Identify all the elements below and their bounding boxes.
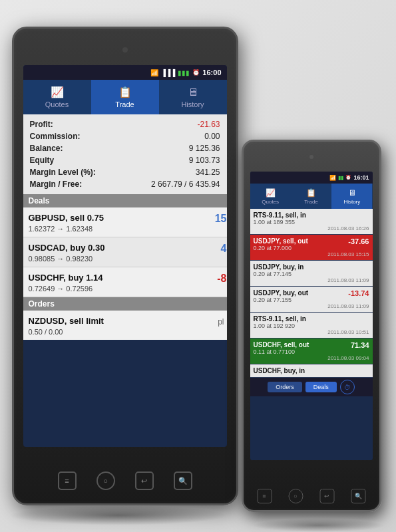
tab-trade-label: Trade <box>115 100 134 108</box>
phone-tab-history[interactable]: 🖥 History <box>331 184 372 209</box>
phone-clock-icon: ⏰ <box>345 175 351 180</box>
h-date-usdchf-sell-out: 2011.08.03 09:04 <box>254 355 369 361</box>
h-title-usdjpy-buy-in: USDJPY, buy, in <box>254 263 369 271</box>
deal-usdchf-title: USDCHF, buy 1.14 <box>29 273 103 283</box>
tablet-tab-bar: 📈 Quotes 📋 Trade 🖥 History <box>23 80 227 114</box>
deal-gbpusd-title: GBPUSD, sell 0.75 <box>29 213 104 223</box>
phone-deals-btn[interactable]: Deals <box>305 382 337 392</box>
h-date-rts2: 2011.08.03 10:51 <box>254 329 369 335</box>
phone-search-btn[interactable]: 🔍 <box>351 489 365 503</box>
balance-value: 9 125.36 <box>189 144 220 153</box>
deal-usdcad-price: 0.98085 → 0.98230 <box>29 255 222 263</box>
h-sub-usdjpy-buy-in: 0.20 at 77.145 <box>254 271 369 277</box>
deal-gbpusd-price: 1.62372 → 1.62348 <box>29 225 222 233</box>
phone-tab-history-label: History <box>343 199 360 205</box>
phone-back-btn[interactable]: ↩ <box>319 489 334 503</box>
history-row-rts2[interactable]: RTS-9.11, sell, in 1.00 at 192 920 2011.… <box>250 313 373 338</box>
phone-quotes-icon: 📈 <box>266 188 276 198</box>
phone-tab-trade[interactable]: 📋 Trade <box>291 184 331 209</box>
h-value-usdjpy-buy-out: -13.74 <box>348 289 369 297</box>
tab-history[interactable]: 🖥 History <box>159 80 227 114</box>
deal-usdcad[interactable]: USDCAD, buy 0.30 0.98085 → 0.98230 4 <box>23 237 227 267</box>
tablet-statusbar: 📶 ▐▐▐ ▮▮▮ ⏰ 16:00 <box>23 65 227 80</box>
order-nzdusd-title: NZDUSD, sell limit <box>29 316 104 326</box>
tablet-time: 16:00 <box>202 68 221 76</box>
orders-header: Orders <box>23 297 227 311</box>
tab-quotes[interactable]: 📈 Quotes <box>23 80 91 114</box>
account-row-margin-level: Margin Level (%): 341.25 <box>30 166 220 178</box>
history-row-usdjpy-sell-out[interactable]: USDJPY, sell, out 0.20 at 77.000 -37.66 … <box>250 235 373 261</box>
phone: 📶 ▮▮ ⏰ 16:01 📈 Quotes 📋 Trade 🖥 History <box>242 140 381 512</box>
history-row-usdchf-sell-out[interactable]: USDCHF, sell, out 0.11 at 0.77100 71.34 … <box>250 338 373 364</box>
margin-level-value: 341.25 <box>196 168 220 177</box>
h-sub-usdjpy-buy-out: 0.20 at 77.155 <box>254 297 369 303</box>
side-number-2: 4 <box>221 243 227 255</box>
phone-time: 16:01 <box>353 174 369 181</box>
tablet-menu-btn[interactable]: ≡ <box>58 471 77 490</box>
account-row-equity: Equity 9 103.73 <box>30 154 220 166</box>
tablet-screen: 📶 ▐▐▐ ▮▮▮ ⏰ 16:00 📈 Quotes 📋 Trade 🖥 <box>23 65 227 447</box>
deal-gbpusd[interactable]: GBPUSD, sell 0.75 1.62372 → 1.62348 15 <box>23 207 227 237</box>
side-number-1: 15 <box>215 213 227 225</box>
tab-trade[interactable]: 📋 Trade <box>91 80 159 114</box>
phone-battery-icon: ▮▮ <box>338 175 343 181</box>
profit-value: -21.63 <box>197 120 220 129</box>
margin-free-label: Margin / Free: <box>30 180 83 189</box>
h-sub-usdjpy-sell-out: 0.20 at 77.000 <box>254 245 369 251</box>
margin-free-value: 2 667.79 / 6 435.94 <box>151 180 220 189</box>
h-title-rts2: RTS-9.11, sell, in <box>254 315 369 323</box>
phone-clock-filter-btn[interactable]: ⏱ <box>340 380 355 394</box>
phone-tab-quotes[interactable]: 📈 Quotes <box>250 184 291 209</box>
history-row-rts1[interactable]: RTS-9.11, sell, in 1.00 at 189 355 2011.… <box>250 209 373 235</box>
clock-icon: ⏰ <box>192 69 200 76</box>
h-date-usdjpy-buy-in: 2011.08.03 11:09 <box>254 277 369 283</box>
tablet-home-btn[interactable]: ○ <box>97 471 115 490</box>
side-number-3: -8 <box>217 273 226 285</box>
phone-history-icon: 🖥 <box>348 188 356 198</box>
h-sub-rts2: 1.00 at 192 920 <box>254 323 369 329</box>
battery-icon: ▮▮▮ <box>178 69 190 76</box>
h-title-rts1: RTS-9.11, sell, in <box>254 211 369 219</box>
phone-tab-quotes-label: Quotes <box>262 199 279 205</box>
tablet-search-btn[interactable]: 🔍 <box>174 471 192 490</box>
trade-icon: 📋 <box>118 86 132 98</box>
h-value-usdchf-sell-out: 71.34 <box>351 341 369 349</box>
account-row-balance: Balance: 9 125.36 <box>30 142 220 154</box>
h-date-usdjpy-buy-out: 2011.08.03 11:09 <box>254 303 369 309</box>
phone-bottom-bar: Orders Deals ⏱ <box>250 378 373 396</box>
history-row-usdjpy-buy-out[interactable]: USDJPY, buy, out 0.20 at 77.155 -13.74 2… <box>250 287 373 313</box>
phone-home-btn[interactable]: ○ <box>288 489 303 503</box>
h-title-usdchf-buy-in: USDCHF, buy, in <box>254 367 369 374</box>
phone-statusbar: 📶 ▮▮ ⏰ 16:01 <box>250 172 373 184</box>
phone-screen: 📶 ▮▮ ⏰ 16:01 📈 Quotes 📋 Trade 🖥 History <box>250 172 373 460</box>
balance-label: Balance: <box>30 144 63 153</box>
deal-usdcad-title: USDCAD, buy 0.30 <box>29 243 105 253</box>
tab-quotes-label: Quotes <box>45 100 69 108</box>
history-icon: 🖥 <box>188 86 198 98</box>
tablet-back-btn[interactable]: ↩ <box>135 471 154 490</box>
h-date-usdjpy-sell-out: 2011.08.03 15:15 <box>254 251 369 257</box>
h-sub-rts1: 1.00 at 189 355 <box>254 219 369 225</box>
quotes-icon: 📈 <box>51 86 64 98</box>
profit-label: Profit: <box>30 120 53 129</box>
account-row-margin-free: Margin / Free: 2 667.79 / 6 435.94 <box>30 178 220 190</box>
history-row-usdchf-buy-in[interactable]: USDCHF, buy, in <box>250 364 373 378</box>
phone-tab-trade-label: Trade <box>304 199 318 205</box>
tab-history-label: History <box>181 100 204 108</box>
commission-label: Commission: <box>30 132 81 141</box>
deal-usdchf[interactable]: USDCHF, buy 1.14 0.72649 → 0.72596 -8 <box>23 267 227 297</box>
account-row-commission: Commission: 0.00 <box>30 130 220 142</box>
tablet-camera <box>122 47 128 53</box>
h-date-rts1: 2011.08.03 16:26 <box>254 225 369 231</box>
signal-bars: ▐▐▐ <box>161 69 175 76</box>
order-nzdusd-price: 0.50 / 0.00 <box>29 328 222 336</box>
commission-value: 0.00 <box>204 132 220 141</box>
phone-orders-btn[interactable]: Orders <box>268 382 302 392</box>
margin-level-label: Margin Level (%): <box>30 168 96 177</box>
h-value-usdjpy-sell-out: -37.66 <box>348 237 369 245</box>
phone-menu-btn[interactable]: ≡ <box>257 489 272 503</box>
order-nzdusd[interactable]: NZDUSD, sell limit 0.50 / 0.00 pl <box>23 311 227 340</box>
phone-wifi-icon: 📶 <box>329 175 336 181</box>
account-info: Profit: -21.63 Commission: 0.00 Balance:… <box>23 114 227 194</box>
history-row-usdjpy-buy-in[interactable]: USDJPY, buy, in 0.20 at 77.145 2011.08.0… <box>250 261 373 287</box>
